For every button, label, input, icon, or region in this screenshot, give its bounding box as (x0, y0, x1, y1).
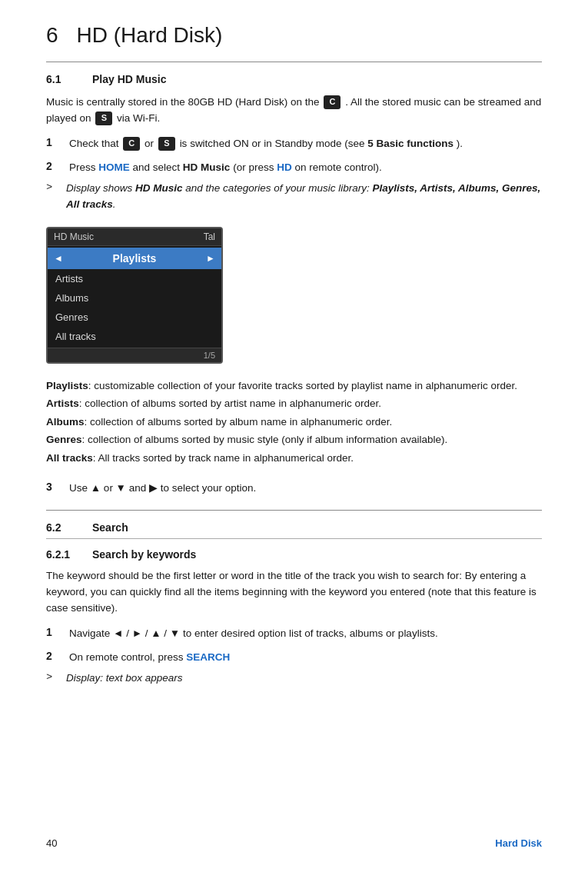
menu-title: HD Music (54, 231, 94, 242)
triangle-left-icon: ◄ (54, 253, 63, 264)
section-61-heading: 6.1 Play HD Music (46, 73, 542, 85)
step2-and-select: and select (133, 161, 181, 173)
step-621-2-arrow-row: > Display: text box appears (46, 671, 542, 687)
desc-albums: Albums: collection of albums sorted by a… (46, 414, 542, 431)
step2-or-press: (or press (233, 161, 274, 173)
step1-text-end: ). (457, 138, 463, 149)
step1-icon-c (123, 137, 140, 151)
step-1-number: 1 (46, 136, 69, 148)
section-62-number: 6.2 (46, 521, 92, 534)
intro-text-1: Music is centrally stored in the 80GB HD… (46, 96, 320, 108)
menu-item-genres: Genres (48, 308, 221, 327)
arrow-content-2: Display: text box appears (66, 671, 542, 687)
icon-s (95, 111, 112, 125)
step-2-row: 2 Press HOME and select HD Music (or pre… (46, 160, 542, 176)
desc-playlists-bold: Playlists (46, 380, 88, 391)
desc-genres-bold: Genres (46, 434, 82, 445)
step2-hd-music: HD Music (183, 161, 231, 173)
desc-alltracks-bold: All tracks (46, 452, 93, 464)
menu-item-albums-label: Albums (55, 292, 88, 304)
arrow-display-shows: Display shows (66, 182, 132, 194)
section-61-number: 6.1 (46, 73, 92, 85)
section-621-heading: 6.2.1 Search by keywords (46, 548, 542, 561)
menu-items: ◄ Playlists ► Artists Albums Genres All … (48, 246, 221, 348)
step-1-content: Check that or is switched ON or in Stand… (69, 136, 542, 152)
section-divider-621 (46, 538, 542, 539)
desc-albums-text: : collection of albums sorted by album n… (85, 416, 393, 428)
menu-titlebar-right: Tal (204, 231, 215, 242)
section-divider-62 (46, 510, 542, 511)
section-61-title: Play HD Music (92, 73, 166, 85)
menu-item-albums: Albums (48, 288, 221, 308)
step2-hd: HD (277, 161, 292, 173)
step1-text-after: is switched ON or in Standby mode (see (180, 138, 365, 149)
section-621-intro: The keyword should be the first letter o… (46, 568, 542, 617)
step-621-2-content: On remote control, press SEARCH (69, 650, 542, 666)
step-621-1-content: Navigate ◄ / ► / ▲ / ▼ to enter desired … (69, 626, 542, 642)
section-621-number: 6.2.1 (46, 548, 92, 561)
footer-section-label: Hard Disk (495, 837, 542, 849)
chapter-number: 6 (46, 23, 58, 48)
intro-text-3: via Wi-Fi. (117, 112, 160, 124)
desc-alltracks-text: : All tracks sorted by track name in alp… (93, 452, 354, 464)
section-62-heading: 6.2 Search (46, 521, 542, 534)
step2-press: Press (69, 161, 96, 173)
section-62-title: Search (92, 521, 128, 534)
menu-item-genres-label: Genres (55, 311, 88, 323)
icon-c (324, 95, 341, 109)
step-1-row: 1 Check that or is switched ON or in Sta… (46, 136, 542, 152)
step621-2-text-before: On remote control, press (69, 651, 184, 663)
section-61-intro: Music is centrally stored in the 80GB HD… (46, 95, 542, 127)
step2-home: HOME (98, 161, 130, 173)
footer-page-number: 40 (46, 837, 57, 849)
arrow-period: . (113, 198, 116, 210)
menu-pagination: 1/5 (204, 351, 215, 360)
step-3-number: 3 (46, 481, 69, 493)
step-3-content: Use ▲ or ▼ and ▶ to select your option. (69, 481, 542, 497)
menu-footer: 1/5 (48, 348, 221, 362)
step-621-2-number: 2 (46, 650, 69, 662)
step1-text-or: or (145, 138, 154, 149)
desc-albums-bold: Albums (46, 416, 85, 428)
desc-genres-text: : collection of albums sorted by music s… (82, 434, 448, 445)
arrow-content: Display shows HD Music and the categorie… (66, 181, 542, 213)
chapter-title: HD (Hard Disk) (77, 23, 223, 48)
arrow-sym: > (46, 181, 61, 192)
step-621-1-number: 1 (46, 626, 69, 638)
desc-playlists-text: : customizable collection of your favori… (88, 380, 517, 391)
desc-playlists: Playlists: customizable collection of yo… (46, 378, 542, 394)
arrow-categories: and the categories of your music library… (185, 182, 369, 194)
menu-titlebar: HD Music Tal (48, 228, 221, 246)
menu-item-artists: Artists (48, 269, 221, 288)
hd-music-screenshot: HD Music Tal ◄ Playlists ► Artists Album… (46, 227, 223, 364)
step1-text-before: Check that (69, 138, 119, 149)
triangle-right-icon: ► (206, 253, 215, 264)
arrow-hd-music-bold: HD Music (135, 182, 183, 194)
step-3-row: 3 Use ▲ or ▼ and ▶ to select your option… (46, 481, 542, 497)
desc-artists-text: : collection of albums sorted by artist … (79, 398, 381, 409)
section-621-title: Search by keywords (92, 548, 196, 561)
step-621-2-row: 2 On remote control, press SEARCH (46, 650, 542, 666)
menu-item-alltracks: All tracks (48, 327, 221, 346)
step2-end: on remote control). (294, 161, 381, 173)
page-header: 6 HD (Hard Disk) (46, 23, 542, 48)
menu-item-playlists-label: Playlists (113, 252, 157, 265)
menu-item-alltracks-label: All tracks (55, 331, 96, 342)
menu-item-playlists: ◄ Playlists ► (48, 248, 221, 269)
step1-icon-s (158, 137, 175, 151)
desc-artists-bold: Artists (46, 398, 79, 409)
step621-2-search: SEARCH (186, 651, 230, 663)
step-2-number: 2 (46, 160, 69, 172)
page: 6 HD (Hard Disk) 6.1 Play HD Music Music… (0, 0, 588, 872)
step1-ref: 5 Basic functions (367, 138, 453, 149)
descriptions-block: Playlists: customizable collection of yo… (46, 378, 542, 467)
desc-genres: Genres: collection of albums sorted by m… (46, 431, 542, 448)
arrow-sym-2: > (46, 671, 61, 682)
step-2-content: Press HOME and select HD Music (or press… (69, 160, 542, 176)
desc-alltracks: All tracks: All tracks sorted by track n… (46, 450, 542, 467)
step-2-arrow-row: > Display shows HD Music and the categor… (46, 181, 542, 213)
section-divider (46, 62, 542, 62)
step-621-1-row: 1 Navigate ◄ / ► / ▲ / ▼ to enter desire… (46, 626, 542, 642)
desc-artists: Artists: collection of albums sorted by … (46, 395, 542, 412)
menu-item-artists-label: Artists (55, 273, 83, 285)
